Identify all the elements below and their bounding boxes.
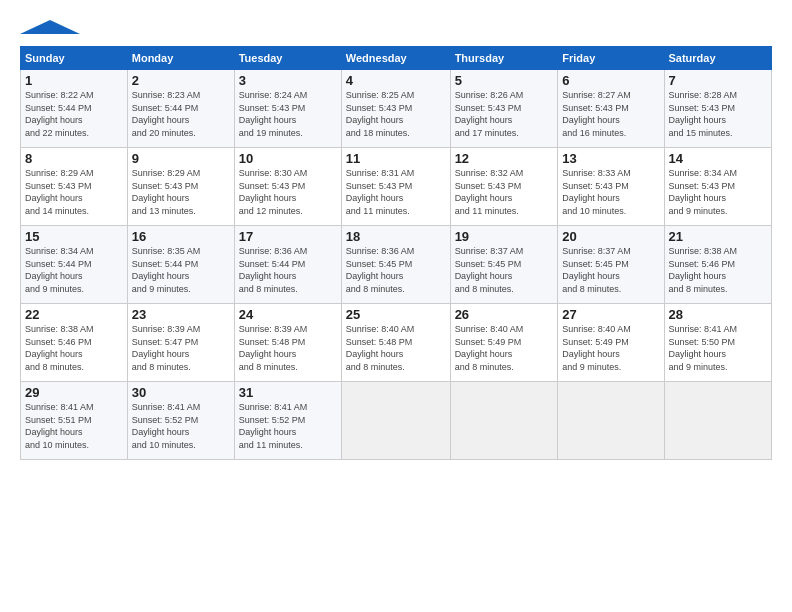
- day-cell: 4 Sunrise: 8:25 AMSunset: 5:43 PMDayligh…: [341, 70, 450, 148]
- day-cell: 8 Sunrise: 8:29 AMSunset: 5:43 PMDayligh…: [21, 148, 128, 226]
- day-cell: 19 Sunrise: 8:37 AMSunset: 5:45 PMDaylig…: [450, 226, 558, 304]
- day-info: Sunrise: 8:38 AMSunset: 5:46 PMDaylight …: [669, 246, 738, 294]
- day-info: Sunrise: 8:29 AMSunset: 5:43 PMDaylight …: [25, 168, 94, 216]
- day-cell: 5 Sunrise: 8:26 AMSunset: 5:43 PMDayligh…: [450, 70, 558, 148]
- day-info: Sunrise: 8:22 AMSunset: 5:44 PMDaylight …: [25, 90, 94, 138]
- day-number: 30: [132, 385, 230, 400]
- day-cell: [664, 382, 772, 460]
- day-info: Sunrise: 8:36 AMSunset: 5:44 PMDaylight …: [239, 246, 308, 294]
- day-info: Sunrise: 8:40 AMSunset: 5:48 PMDaylight …: [346, 324, 415, 372]
- day-number: 16: [132, 229, 230, 244]
- day-cell: 24 Sunrise: 8:39 AMSunset: 5:48 PMDaylig…: [234, 304, 341, 382]
- col-header-thursday: Thursday: [450, 47, 558, 70]
- day-info: Sunrise: 8:35 AMSunset: 5:44 PMDaylight …: [132, 246, 201, 294]
- day-number: 3: [239, 73, 337, 88]
- day-cell: 11 Sunrise: 8:31 AMSunset: 5:43 PMDaylig…: [341, 148, 450, 226]
- day-cell: 31 Sunrise: 8:41 AMSunset: 5:52 PMDaylig…: [234, 382, 341, 460]
- day-number: 21: [669, 229, 768, 244]
- day-info: Sunrise: 8:26 AMSunset: 5:43 PMDaylight …: [455, 90, 524, 138]
- day-cell: 18 Sunrise: 8:36 AMSunset: 5:45 PMDaylig…: [341, 226, 450, 304]
- day-number: 6: [562, 73, 659, 88]
- day-number: 1: [25, 73, 123, 88]
- day-cell: 3 Sunrise: 8:24 AMSunset: 5:43 PMDayligh…: [234, 70, 341, 148]
- day-number: 19: [455, 229, 554, 244]
- day-number: 14: [669, 151, 768, 166]
- day-cell: 13 Sunrise: 8:33 AMSunset: 5:43 PMDaylig…: [558, 148, 664, 226]
- day-number: 9: [132, 151, 230, 166]
- day-cell: 7 Sunrise: 8:28 AMSunset: 5:43 PMDayligh…: [664, 70, 772, 148]
- day-info: Sunrise: 8:24 AMSunset: 5:43 PMDaylight …: [239, 90, 308, 138]
- day-info: Sunrise: 8:41 AMSunset: 5:50 PMDaylight …: [669, 324, 738, 372]
- day-info: Sunrise: 8:38 AMSunset: 5:46 PMDaylight …: [25, 324, 94, 372]
- day-cell: 21 Sunrise: 8:38 AMSunset: 5:46 PMDaylig…: [664, 226, 772, 304]
- day-number: 31: [239, 385, 337, 400]
- day-info: Sunrise: 8:41 AMSunset: 5:52 PMDaylight …: [239, 402, 308, 450]
- day-info: Sunrise: 8:36 AMSunset: 5:45 PMDaylight …: [346, 246, 415, 294]
- day-cell: [558, 382, 664, 460]
- day-number: 29: [25, 385, 123, 400]
- day-cell: 30 Sunrise: 8:41 AMSunset: 5:52 PMDaylig…: [127, 382, 234, 460]
- day-cell: 20 Sunrise: 8:37 AMSunset: 5:45 PMDaylig…: [558, 226, 664, 304]
- day-number: 25: [346, 307, 446, 322]
- day-cell: 6 Sunrise: 8:27 AMSunset: 5:43 PMDayligh…: [558, 70, 664, 148]
- day-cell: 17 Sunrise: 8:36 AMSunset: 5:44 PMDaylig…: [234, 226, 341, 304]
- day-number: 28: [669, 307, 768, 322]
- day-info: Sunrise: 8:30 AMSunset: 5:43 PMDaylight …: [239, 168, 308, 216]
- day-info: Sunrise: 8:34 AMSunset: 5:44 PMDaylight …: [25, 246, 94, 294]
- week-row-5: 29 Sunrise: 8:41 AMSunset: 5:51 PMDaylig…: [21, 382, 772, 460]
- day-info: Sunrise: 8:32 AMSunset: 5:43 PMDaylight …: [455, 168, 524, 216]
- day-cell: 23 Sunrise: 8:39 AMSunset: 5:47 PMDaylig…: [127, 304, 234, 382]
- day-number: 2: [132, 73, 230, 88]
- day-number: 18: [346, 229, 446, 244]
- day-number: 23: [132, 307, 230, 322]
- day-info: Sunrise: 8:25 AMSunset: 5:43 PMDaylight …: [346, 90, 415, 138]
- day-info: Sunrise: 8:41 AMSunset: 5:51 PMDaylight …: [25, 402, 94, 450]
- day-info: Sunrise: 8:29 AMSunset: 5:43 PMDaylight …: [132, 168, 201, 216]
- col-header-sunday: Sunday: [21, 47, 128, 70]
- header-row: SundayMondayTuesdayWednesdayThursdayFrid…: [21, 47, 772, 70]
- calendar-table: SundayMondayTuesdayWednesdayThursdayFrid…: [20, 46, 772, 460]
- day-cell: 26 Sunrise: 8:40 AMSunset: 5:49 PMDaylig…: [450, 304, 558, 382]
- day-info: Sunrise: 8:37 AMSunset: 5:45 PMDaylight …: [455, 246, 524, 294]
- day-cell: 1 Sunrise: 8:22 AMSunset: 5:44 PMDayligh…: [21, 70, 128, 148]
- day-number: 10: [239, 151, 337, 166]
- day-cell: 29 Sunrise: 8:41 AMSunset: 5:51 PMDaylig…: [21, 382, 128, 460]
- day-info: Sunrise: 8:23 AMSunset: 5:44 PMDaylight …: [132, 90, 201, 138]
- day-cell: 2 Sunrise: 8:23 AMSunset: 5:44 PMDayligh…: [127, 70, 234, 148]
- day-info: Sunrise: 8:33 AMSunset: 5:43 PMDaylight …: [562, 168, 631, 216]
- day-info: Sunrise: 8:34 AMSunset: 5:43 PMDaylight …: [669, 168, 738, 216]
- day-info: Sunrise: 8:28 AMSunset: 5:43 PMDaylight …: [669, 90, 738, 138]
- day-cell: 22 Sunrise: 8:38 AMSunset: 5:46 PMDaylig…: [21, 304, 128, 382]
- week-row-2: 8 Sunrise: 8:29 AMSunset: 5:43 PMDayligh…: [21, 148, 772, 226]
- day-info: Sunrise: 8:31 AMSunset: 5:43 PMDaylight …: [346, 168, 415, 216]
- day-cell: 27 Sunrise: 8:40 AMSunset: 5:49 PMDaylig…: [558, 304, 664, 382]
- col-header-saturday: Saturday: [664, 47, 772, 70]
- svg-marker-0: [20, 20, 80, 34]
- week-row-1: 1 Sunrise: 8:22 AMSunset: 5:44 PMDayligh…: [21, 70, 772, 148]
- day-number: 17: [239, 229, 337, 244]
- day-number: 27: [562, 307, 659, 322]
- day-number: 8: [25, 151, 123, 166]
- day-cell: [341, 382, 450, 460]
- day-info: Sunrise: 8:40 AMSunset: 5:49 PMDaylight …: [455, 324, 524, 372]
- col-header-wednesday: Wednesday: [341, 47, 450, 70]
- day-cell: 10 Sunrise: 8:30 AMSunset: 5:43 PMDaylig…: [234, 148, 341, 226]
- day-info: Sunrise: 8:27 AMSunset: 5:43 PMDaylight …: [562, 90, 631, 138]
- col-header-friday: Friday: [558, 47, 664, 70]
- day-cell: 14 Sunrise: 8:34 AMSunset: 5:43 PMDaylig…: [664, 148, 772, 226]
- day-number: 20: [562, 229, 659, 244]
- day-info: Sunrise: 8:39 AMSunset: 5:47 PMDaylight …: [132, 324, 201, 372]
- day-cell: 16 Sunrise: 8:35 AMSunset: 5:44 PMDaylig…: [127, 226, 234, 304]
- day-cell: 9 Sunrise: 8:29 AMSunset: 5:43 PMDayligh…: [127, 148, 234, 226]
- day-number: 22: [25, 307, 123, 322]
- day-cell: 12 Sunrise: 8:32 AMSunset: 5:43 PMDaylig…: [450, 148, 558, 226]
- day-number: 11: [346, 151, 446, 166]
- day-cell: 25 Sunrise: 8:40 AMSunset: 5:48 PMDaylig…: [341, 304, 450, 382]
- col-header-tuesday: Tuesday: [234, 47, 341, 70]
- logo-icon: [20, 20, 80, 34]
- header: [20, 16, 772, 38]
- logo: [20, 20, 80, 38]
- week-row-4: 22 Sunrise: 8:38 AMSunset: 5:46 PMDaylig…: [21, 304, 772, 382]
- day-number: 26: [455, 307, 554, 322]
- day-number: 15: [25, 229, 123, 244]
